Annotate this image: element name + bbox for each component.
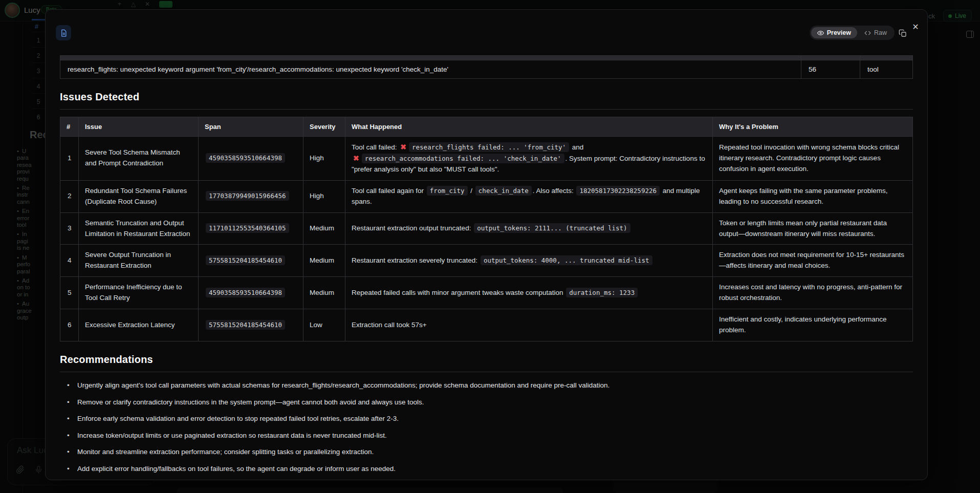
column-header: Span (199, 117, 303, 137)
divider (60, 109, 913, 110)
eye-icon (817, 30, 824, 36)
recommendations-list: Urgently align agent's tool call paramet… (60, 380, 913, 480)
issue-severity: Medium (303, 212, 345, 245)
recommendation-item: Add explicit error handling/fallbacks on… (60, 464, 913, 474)
copy-icon[interactable] (899, 27, 911, 39)
issue-what-happened: Extraction call took 57s+ (345, 309, 713, 341)
issue-number: 3 (60, 212, 79, 245)
span-id-code: 17703879949015966456 (206, 191, 289, 201)
inline-code: output_tokens: 4000, ... truncated mid-l… (481, 255, 652, 265)
error-summary-text: research_flights: unexpected keyword arg… (60, 60, 801, 79)
issue-row: 4Severe Output Truncation in Restaurant … (60, 245, 913, 277)
issue-span: 4590358593510664398 (199, 277, 303, 309)
issue-number: 1 (60, 137, 79, 181)
column-header: Severity (303, 117, 345, 137)
document-icon (60, 29, 68, 37)
span-id-code: 5755815204185454610 (206, 255, 285, 265)
recommendation-item: Remove or clarify contradictory instruct… (60, 397, 913, 408)
issue-why: Token or length limits mean only partial… (713, 212, 913, 245)
issue-severity: High (303, 137, 345, 181)
issue-severity: High (303, 180, 345, 212)
issue-severity: Medium (303, 245, 345, 277)
inline-code: 18205817302238259226 (576, 186, 660, 196)
issue-why: Agent keeps failing with the same parame… (713, 180, 913, 212)
column-header: # (60, 117, 79, 137)
recommendation-item: Monitor and streamline extraction perfor… (60, 447, 913, 457)
issues-table: #IssueSpanSeverityWhat HappenedWhy It's … (60, 117, 913, 341)
issue-what-happened: Restaurant extraction severely truncated… (345, 245, 713, 277)
issue-what-happened: Repeated failed calls with minor argumen… (345, 277, 713, 309)
issue-what-happened: Restaurant extraction output truncated: … (345, 212, 713, 245)
issue-why: Extraction does not meet requirement for… (713, 245, 913, 277)
meta-header-cell (801, 56, 860, 60)
span-id-code: 5755815204185454610 (206, 320, 285, 330)
recommendation-item: Increase token/output limits or use pagi… (60, 431, 913, 441)
issue-what-happened: Tool call failed: ✖research_flights fail… (345, 137, 713, 181)
issue-number: 4 (60, 245, 79, 277)
issue-number: 6 (60, 309, 79, 341)
issue-row: 6Excessive Extraction Latency57558152041… (60, 309, 913, 341)
divider (60, 372, 913, 372)
inline-code: research_accommodations failed: ... 'che… (362, 154, 564, 163)
meta-row: research_flights: unexpected keyword arg… (60, 60, 913, 79)
meta-header-cell (860, 56, 913, 60)
preview-tab[interactable]: Preview (811, 27, 857, 38)
inline-code: research_flights failed: ... 'from_city' (409, 142, 569, 152)
issue-row: 1Severe Tool Schema Mismatch and Prompt … (60, 137, 913, 181)
type-cell: tool (860, 60, 913, 79)
column-header: What Happened (345, 117, 713, 137)
issue-why: Increases cost and latency with no progr… (713, 277, 913, 309)
issue-title: Redundant Tool Schema Failures (Duplicat… (79, 180, 199, 212)
issues-header-row: #IssueSpanSeverityWhat HappenedWhy It's … (60, 117, 913, 137)
issue-row: 2Redundant Tool Schema Failures (Duplica… (60, 180, 913, 212)
report-modal: ✕ Preview Raw resea (45, 9, 928, 480)
issue-title: Excessive Extraction Latency (79, 309, 199, 341)
span-id-code: 11710112553540364105 (206, 223, 289, 233)
issue-why: Inefficient and costly, indicates underl… (713, 309, 913, 341)
issue-span: 5755815204185454610 (199, 309, 303, 341)
inline-code: from_city (427, 186, 468, 196)
column-header: Why It's a Problem (713, 117, 913, 137)
inline-code: duration_ms: 1233 (566, 288, 638, 297)
modal-content: research_flights: unexpected keyword arg… (46, 10, 927, 480)
screen: Lucy Beta + △ ✕ ck Live # 123456 Rec Upa… (0, 0, 980, 493)
issue-span: 4590358593510664398 (199, 137, 303, 181)
preview-label: Preview (827, 29, 851, 36)
code-icon (864, 30, 871, 36)
issue-span: 17703879949015966456 (199, 180, 303, 212)
issue-title: Severe Output Truncation in Restaurant E… (79, 245, 199, 277)
issue-row: 3Semantic Truncation and Output Limitati… (60, 212, 913, 245)
recommendation-item: Enforce early schema validation and erro… (60, 414, 913, 424)
issue-title: Severe Tool Schema Mismatch and Prompt C… (79, 137, 199, 181)
raw-label: Raw (874, 29, 887, 36)
inline-code: output_tokens: 2111... (truncated list) (474, 223, 630, 233)
span-id-code: 4590358593510664398 (206, 288, 285, 297)
issues-table-body: 1Severe Tool Schema Mismatch and Prompt … (60, 137, 913, 341)
issue-number: 2 (60, 180, 79, 212)
issues-heading: Issues Detected (60, 91, 913, 103)
count-cell: 56 (801, 60, 860, 79)
issue-span: 11710112553540364105 (199, 212, 303, 245)
column-header: Issue (79, 117, 199, 137)
raw-tab[interactable]: Raw (858, 27, 893, 38)
meta-header-cell (60, 56, 801, 60)
issue-severity: Low (303, 309, 345, 341)
recommendations-heading: Recommendations (60, 354, 913, 366)
issue-title: Performance Inefficiency due to Tool Cal… (79, 277, 199, 309)
issue-why: Repeated tool invocation with wrong sche… (713, 137, 913, 181)
inline-code: check_in_date (475, 186, 532, 196)
view-toggle: Preview Raw (810, 26, 895, 40)
issue-span: 5755815204185454610 (199, 245, 303, 277)
issue-number: 5 (60, 277, 79, 309)
issue-what-happened: Tool call failed again for from_city / c… (345, 180, 713, 212)
recommendation-item: Urgently align agent's tool call paramet… (60, 380, 913, 391)
issue-title: Semantic Truncation and Output Limitatio… (79, 212, 199, 245)
document-icon-button[interactable] (56, 25, 71, 40)
meta-table: research_flights: unexpected keyword arg… (60, 55, 913, 79)
issue-severity: Medium (303, 277, 345, 309)
red-x-icon: ✖ (400, 143, 406, 151)
issue-row: 5Performance Inefficiency due to Tool Ca… (60, 277, 913, 309)
span-id-code: 4590358593510664398 (206, 153, 285, 163)
red-x-icon: ✖ (353, 154, 359, 162)
